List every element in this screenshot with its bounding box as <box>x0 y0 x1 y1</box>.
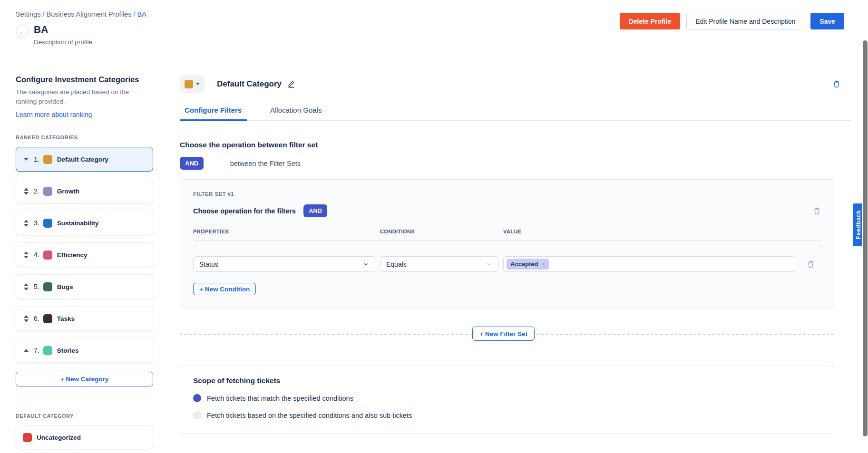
category-rank: 5. <box>34 283 39 290</box>
category-header: Default Category <box>180 75 851 93</box>
left-arrow-icon: ← <box>19 28 26 36</box>
or-toggle-option[interactable]: OR <box>325 204 347 217</box>
chevron-down-icon <box>486 261 492 268</box>
move-down-icon[interactable] <box>24 192 29 195</box>
move-down-icon[interactable] <box>24 224 29 227</box>
scrollbar-track[interactable] <box>862 0 868 453</box>
move-up-icon[interactable] <box>24 315 29 318</box>
category-label: Tasks <box>57 315 75 322</box>
move-up-icon[interactable] <box>24 283 29 286</box>
or-toggle-option[interactable]: OR <box>202 157 224 170</box>
category-color-swatch <box>23 433 32 442</box>
category-color-swatch <box>43 346 52 355</box>
scope-option-label: Fetch tickets based on the specified con… <box>207 412 412 419</box>
category-item-efficiency[interactable]: 4. Efficiency <box>16 242 153 267</box>
category-label: Growth <box>57 188 79 195</box>
edit-pencil-icon[interactable] <box>287 80 295 88</box>
category-item-bugs[interactable]: 5. Bugs <box>16 274 153 299</box>
scope-option-match[interactable]: Fetch tickets that match the specified c… <box>193 394 821 402</box>
category-rank: 6. <box>34 315 39 322</box>
category-color-swatch <box>43 187 52 196</box>
breadcrumb-current: BA <box>137 10 146 18</box>
move-up-icon[interactable] <box>24 251 29 254</box>
move-up-icon[interactable] <box>24 188 29 191</box>
set-operation-row: AND OR between the Filter Sets <box>180 157 851 170</box>
new-category-button[interactable]: + New Category <box>16 372 153 386</box>
sidebar-divider <box>16 397 153 397</box>
breadcrumb-path[interactable]: Settings / Business Alignment Profiles / <box>16 10 135 18</box>
move-down-icon[interactable] <box>24 319 29 322</box>
reorder-arrows <box>23 158 29 161</box>
category-label: Uncategorized <box>37 434 81 441</box>
reorder-arrows <box>23 315 29 322</box>
category-item-stories[interactable]: 7. Stories <box>16 338 153 363</box>
properties-column-label: PROPERTIES <box>193 229 375 234</box>
reorder-arrows <box>23 283 29 290</box>
category-color-swatch <box>43 282 52 291</box>
scrollbar-thumb[interactable] <box>863 40 868 436</box>
delete-condition-trash-icon[interactable] <box>800 260 821 268</box>
category-rank: 7. <box>34 347 39 354</box>
remove-tag-icon[interactable]: × <box>542 260 546 268</box>
category-rank: 2. <box>34 187 39 195</box>
delete-category-trash-icon[interactable] <box>832 80 840 88</box>
tab-allocation-goals[interactable]: Allocation Goals <box>270 106 322 120</box>
move-down-icon[interactable] <box>24 256 29 259</box>
category-color-swatch <box>43 219 52 228</box>
value-tag-label: Accepted <box>510 260 538 268</box>
new-condition-button[interactable]: + New Condition <box>193 283 256 295</box>
top-header: Settings / Business Alignment Profiles /… <box>16 10 844 46</box>
delete-profile-button[interactable]: Delete Profile <box>620 13 680 29</box>
color-picker-dropdown[interactable] <box>180 75 205 93</box>
move-up-icon[interactable] <box>24 349 29 352</box>
edit-profile-button[interactable]: Edit Profile Name and Description <box>686 13 804 29</box>
and-toggle-option[interactable]: AND <box>180 157 204 170</box>
category-item-uncategorized[interactable]: Uncategorized <box>16 425 153 449</box>
category-item-tasks[interactable]: 6. Tasks <box>16 306 153 331</box>
category-title: Default Category <box>217 79 282 89</box>
default-category-label: DEFAULT CATEGORY <box>16 413 153 419</box>
category-color-swatch <box>43 251 52 260</box>
radio-selected-icon[interactable] <box>193 394 201 402</box>
page: Settings / Business Alignment Profiles /… <box>0 0 868 453</box>
scope-option-sub-tickets[interactable]: Fetch tickets based on the specified con… <box>193 411 821 419</box>
page-description: Description of profile <box>34 39 92 46</box>
save-button[interactable]: Save <box>810 13 844 29</box>
header-divider <box>16 64 851 64</box>
set-operation-caption: between the Filter Sets <box>230 160 301 167</box>
filter-set-divider: + New Filter Set <box>180 327 851 341</box>
delete-filter-set-trash-icon[interactable] <box>813 207 821 215</box>
category-item-sustainability[interactable]: 3. Sustainability <box>16 211 153 235</box>
category-color-swatch <box>43 314 52 323</box>
move-down-icon[interactable] <box>24 158 29 161</box>
tab-bar: Configure Filters Allocation Goals <box>180 106 851 121</box>
sidebar-subtitle: The categories are placed based on the r… <box>16 87 135 106</box>
property-select[interactable]: Status <box>193 256 375 272</box>
new-filter-set-button[interactable]: + New Filter Set <box>472 327 535 341</box>
chevron-down-icon <box>196 83 200 85</box>
conditions-column-label: CONDITIONS <box>380 229 498 234</box>
value-input[interactable]: Accepted × <box>503 256 795 272</box>
category-item-default-category[interactable]: 1. Default Category <box>16 147 153 172</box>
tab-configure-filters[interactable]: Configure Filters <box>185 106 242 120</box>
page-title: BA <box>34 24 92 35</box>
category-color-swatch <box>43 155 52 164</box>
back-button[interactable]: ← <box>16 25 29 38</box>
condition-select[interactable]: Equals <box>380 256 498 272</box>
move-up-icon[interactable] <box>24 220 29 222</box>
category-item-growth[interactable]: 2. Growth <box>16 179 153 203</box>
scope-heading: Scope of fetching tickets <box>193 376 821 385</box>
category-rank: 1. <box>34 155 39 163</box>
property-select-value: Status <box>199 260 218 268</box>
and-toggle-option[interactable]: AND <box>303 204 327 217</box>
move-down-icon[interactable] <box>24 288 29 290</box>
value-column-label: VALUE <box>503 229 795 234</box>
reorder-arrows <box>23 188 29 195</box>
radio-unselected-icon[interactable] <box>193 411 201 419</box>
set-and-or-toggle: AND OR <box>180 157 224 170</box>
chevron-down-icon <box>362 261 369 268</box>
condition-column-headers: PROPERTIES CONDITIONS VALUE <box>193 229 821 241</box>
selected-color-swatch <box>185 80 193 88</box>
ranked-categories-label: RANKED CATEGORIES <box>16 135 153 140</box>
learn-more-link[interactable]: Learn more about ranking <box>16 111 92 118</box>
